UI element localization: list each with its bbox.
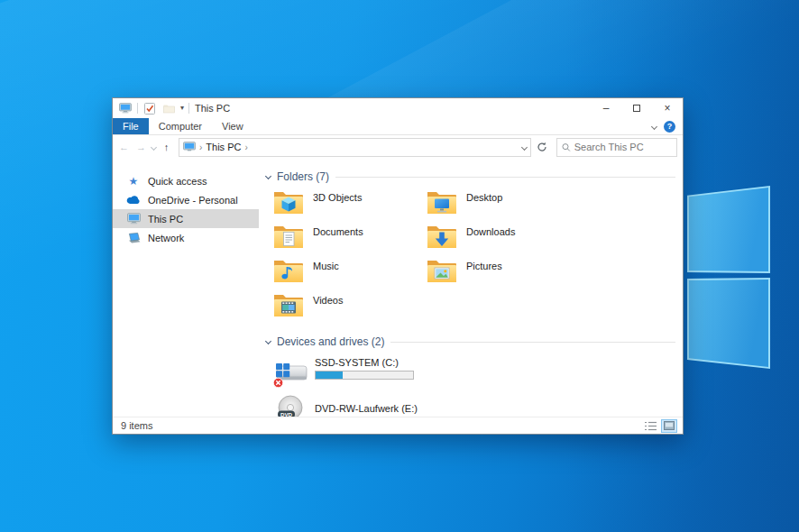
- titlebar[interactable]: ▾ This PC – ×: [113, 98, 683, 118]
- properties-button[interactable]: [142, 101, 157, 115]
- address-bar[interactable]: › This PC ›: [179, 138, 531, 157]
- system-menu-icon[interactable]: [118, 101, 133, 115]
- desktop-wallpaper: ▾ This PC – × File Computer View ? ← →: [0, 0, 799, 532]
- back-button[interactable]: ←: [116, 142, 132, 152]
- items-count: 9 items: [121, 420, 152, 431]
- cloud-icon: [126, 195, 141, 205]
- large-icons-view-icon: [664, 421, 675, 430]
- sidebar-item-label: Quick access: [148, 176, 207, 187]
- address-dropdown-icon[interactable]: [521, 143, 528, 150]
- ribbon-tabs: File Computer View ?: [113, 118, 683, 135]
- drives-list: SSD-SYSTEM (C:) DVD: [266, 353, 675, 417]
- hard-drive-icon: [270, 353, 309, 390]
- folder-tile-3d-objects[interactable]: 3D Objects: [266, 188, 419, 223]
- maximize-button[interactable]: [621, 98, 652, 118]
- sidebar-item-this-pc[interactable]: This PC: [113, 209, 259, 228]
- address-bar-row: ← → ↑ › This PC ›: [113, 135, 683, 160]
- details-view-button[interactable]: [642, 419, 658, 433]
- folder-label: 3D Objects: [313, 192, 362, 203]
- tab-file[interactable]: File: [113, 118, 149, 134]
- drive-tile-e[interactable]: DVD DVD-RW-Laufwerk (E:): [266, 392, 675, 417]
- forward-button[interactable]: →: [133, 142, 149, 152]
- folder-videos-icon: [273, 291, 304, 318]
- minimize-button[interactable]: –: [591, 98, 621, 118]
- folder-pictures-icon: [427, 257, 457, 284]
- drive-info: DVD-RW-Laufwerk (E:): [315, 403, 418, 414]
- drive-info: SSD-SYSTEM (C:): [315, 357, 414, 380]
- group-rule: [390, 342, 675, 343]
- windows-logo-pane-top: [687, 186, 770, 273]
- properties-check-icon: [144, 103, 155, 115]
- folder-tile-desktop[interactable]: Desktop: [419, 188, 573, 223]
- view-toggles: [642, 419, 677, 433]
- sidebar-item-network[interactable]: Network: [113, 228, 259, 247]
- folder-label: Documents: [313, 226, 363, 237]
- window-controls: – ×: [591, 98, 683, 118]
- group-title: Devices and drives (2): [277, 335, 384, 348]
- folder-tile-videos[interactable]: Videos: [266, 291, 419, 326]
- chevron-down-icon: [265, 337, 271, 344]
- this-pc-icon: [183, 142, 196, 152]
- sidebar-item-label: Network: [148, 233, 184, 243]
- divider: [188, 103, 189, 114]
- close-button[interactable]: ×: [652, 98, 683, 118]
- main-area: ★ Quick access OneDrive - Personal: [113, 160, 683, 417]
- tab-view[interactable]: View: [212, 118, 253, 134]
- refresh-icon: [537, 142, 547, 152]
- drive-tile-c[interactable]: SSD-SYSTEM (C:): [266, 353, 675, 390]
- sidebar-item-onedrive[interactable]: OneDrive - Personal: [113, 190, 259, 209]
- help-icon[interactable]: ?: [664, 121, 675, 133]
- breadcrumb-this-pc[interactable]: This PC: [206, 142, 241, 152]
- folder-music-icon: [273, 257, 304, 284]
- refresh-button[interactable]: [533, 138, 551, 157]
- quick-access-toolbar: ▾: [113, 101, 189, 115]
- group-header-folders[interactable]: Folders (7): [266, 169, 675, 185]
- computer-icon: [126, 213, 141, 225]
- close-icon: ×: [664, 102, 670, 115]
- sidebar-item-quick-access[interactable]: ★ Quick access: [113, 171, 259, 190]
- tab-view-label: View: [222, 121, 243, 132]
- tab-computer-label: Computer: [159, 121, 202, 132]
- windows-logo-pane-bottom: [687, 278, 770, 369]
- items-view: Folders (7) 3D Objects: [259, 160, 683, 417]
- window-title: This PC: [195, 103, 230, 114]
- group-rule: [335, 177, 675, 178]
- navigation-pane: ★ Quick access OneDrive - Personal: [113, 160, 259, 417]
- drive-capacity-fill: [316, 371, 343, 379]
- folder-label: Videos: [313, 295, 343, 306]
- drive-label: SSD-SYSTEM (C:): [315, 357, 414, 368]
- expand-ribbon-icon[interactable]: [651, 123, 657, 129]
- sidebar-item-label: This PC: [148, 214, 183, 225]
- folder-documents-icon: [273, 223, 304, 250]
- new-folder-button[interactable]: [161, 101, 176, 115]
- network-icon: [126, 232, 141, 243]
- large-icons-view-button[interactable]: [661, 419, 677, 433]
- recent-locations-icon[interactable]: [151, 143, 157, 150]
- folder-tile-music[interactable]: Music: [266, 257, 419, 291]
- folder-tile-pictures[interactable]: Pictures: [419, 257, 573, 291]
- folder-label: Downloads: [466, 226, 515, 237]
- folder-tile-downloads[interactable]: Downloads: [419, 223, 573, 257]
- folder-label: Desktop: [466, 192, 502, 203]
- details-view-icon: [645, 421, 657, 431]
- dvd-drive-icon: DVD: [270, 392, 309, 417]
- folder-tile-documents[interactable]: Documents: [266, 223, 419, 257]
- search-input[interactable]: [574, 142, 672, 152]
- folder-label: Music: [313, 261, 339, 271]
- breadcrumb-separator: ›: [244, 142, 247, 152]
- group-header-devices[interactable]: Devices and drives (2): [266, 334, 675, 350]
- folder-label: Pictures: [466, 261, 502, 271]
- computer-icon: [119, 103, 132, 114]
- maximize-icon: [633, 105, 640, 112]
- tab-computer[interactable]: Computer: [149, 118, 212, 134]
- sidebar-item-label: OneDrive - Personal: [148, 195, 238, 206]
- qat-dropdown-icon[interactable]: ▾: [180, 105, 184, 112]
- ribbon-right-controls: ?: [652, 118, 683, 134]
- up-button[interactable]: ↑: [159, 142, 174, 152]
- folder-3d-objects-icon: [273, 188, 304, 216]
- folders-grid: 3D Objects Desktop: [266, 188, 675, 326]
- breadcrumb-separator: ›: [199, 142, 202, 152]
- star-icon: ★: [126, 176, 141, 187]
- tab-file-label: File: [123, 121, 139, 132]
- search-box[interactable]: [556, 138, 677, 157]
